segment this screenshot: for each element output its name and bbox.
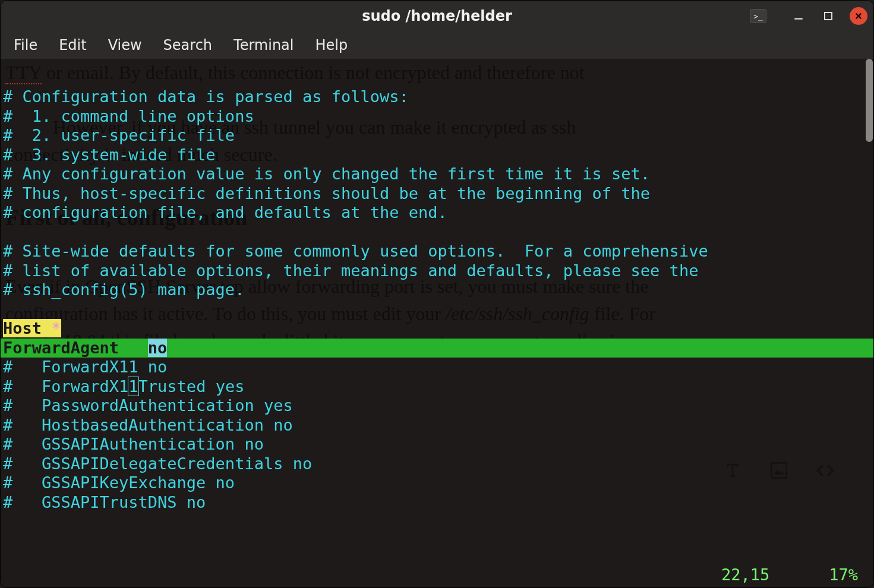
terminal-window: sudo /home/helder >_ FileEditViewSearchT… [0, 0, 874, 588]
menu-item-search[interactable]: Search [163, 37, 212, 53]
menu-item-terminal[interactable]: Terminal [234, 37, 294, 53]
minimize-button[interactable] [790, 8, 807, 24]
menu-item-help[interactable]: Help [315, 37, 348, 53]
titlebar: sudo /home/helder >_ [1, 1, 873, 31]
cursor-position: 22,15 [721, 565, 769, 584]
editor-content[interactable]: # Configuration data is parsed as follow… [1, 59, 873, 587]
terminal-area[interactable]: TTY or email. By default, this connectio… [1, 59, 873, 587]
menu-item-edit[interactable]: Edit [59, 37, 86, 53]
close-button[interactable] [850, 7, 867, 25]
menu-item-view[interactable]: View [108, 37, 142, 53]
scroll-percent: 17% [829, 565, 858, 584]
menu-item-file[interactable]: File [14, 37, 37, 53]
menubar: FileEditViewSearchTerminalHelp [1, 31, 873, 59]
maximize-button[interactable] [820, 8, 837, 24]
cursor-line: ForwardAgent no [1, 339, 873, 358]
window-title: sudo /home/helder [1, 8, 873, 24]
scrollbar[interactable] [865, 59, 873, 587]
terminal-icon: >_ [750, 9, 766, 23]
svg-rect-1 [825, 12, 832, 20]
scroll-thumb[interactable] [866, 59, 873, 142]
window-controls: >_ [750, 1, 867, 31]
vim-status-ruler: 22,15 17% [721, 565, 858, 584]
